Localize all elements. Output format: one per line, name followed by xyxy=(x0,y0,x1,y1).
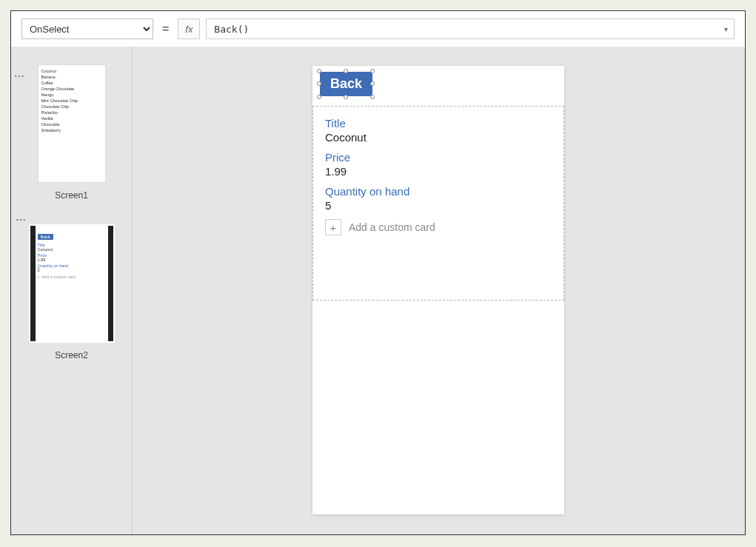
mini-flavor-list: Coconut Banana Coffee Orange Chocolate M… xyxy=(39,65,105,136)
device-header: Back xyxy=(312,66,564,106)
more-icon[interactable]: ⋯ xyxy=(14,70,25,82)
property-selector[interactable]: OnSelect xyxy=(21,19,153,39)
resize-handle[interactable] xyxy=(344,69,348,73)
resize-handle[interactable] xyxy=(344,95,348,99)
app-frame: OnSelect = fx ▾ ⋯ Coconut Banana Coffee … xyxy=(10,10,746,535)
resize-handle[interactable] xyxy=(317,81,321,86)
thumbnail-screen2[interactable]: ⋯ Back Title Coconut Price 1.99 Quantity… xyxy=(24,224,118,360)
formula-input[interactable] xyxy=(213,23,720,36)
back-button[interactable]: Back xyxy=(320,72,372,96)
card-title[interactable]: Title Coconut xyxy=(325,117,552,144)
resize-handle[interactable] xyxy=(370,69,375,73)
resize-handle[interactable] xyxy=(370,81,375,86)
more-icon[interactable]: ⋯ xyxy=(16,214,27,226)
add-custom-card-label: Add a custom card xyxy=(349,221,435,233)
equals-sign: = xyxy=(159,22,172,36)
thumbnail-caption: Screen2 xyxy=(24,350,118,360)
detail-form[interactable]: Title Coconut Price 1.99 Quantity on han… xyxy=(312,106,564,301)
design-canvas[interactable]: Back Title Coconut Price 1.99 xyxy=(133,47,745,534)
field-value: 1.99 xyxy=(325,165,552,178)
resize-handle[interactable] xyxy=(317,69,321,73)
resize-handle[interactable] xyxy=(370,95,375,99)
thumbnail-screen1-preview: Coconut Banana Coffee Orange Chocolate M… xyxy=(38,64,106,183)
field-label: Quantity on hand xyxy=(325,185,552,198)
plus-icon: + xyxy=(325,219,341,235)
field-value: Coconut xyxy=(325,131,552,144)
field-value: 5 xyxy=(325,199,552,212)
screen-thumbnail-panel: ⋯ Coconut Banana Coffee Orange Chocolate… xyxy=(11,47,133,534)
formula-bar: OnSelect = fx ▾ xyxy=(11,11,745,47)
chevron-down-icon[interactable]: ▾ xyxy=(720,25,728,33)
card-price[interactable]: Price 1.99 xyxy=(325,151,552,178)
field-label: Price xyxy=(325,151,552,164)
fx-icon[interactable]: fx xyxy=(178,19,200,39)
field-label: Title xyxy=(325,117,552,130)
thumbnail-screen1[interactable]: ⋯ Coconut Banana Coffee Orange Chocolate… xyxy=(11,64,132,208)
device-preview: Back Title Coconut Price 1.99 xyxy=(312,66,564,514)
resize-handle[interactable] xyxy=(317,95,321,99)
mini-back-button: Back xyxy=(38,234,53,240)
formula-input-wrap: ▾ xyxy=(206,19,735,39)
thumbnail-screen2-preview: Back Title Coconut Price 1.99 Quantity o… xyxy=(36,226,108,341)
add-custom-card[interactable]: + Add a custom card xyxy=(325,219,552,235)
card-quantity[interactable]: Quantity on hand 5 xyxy=(325,185,552,212)
thumbnail-caption: Screen1 xyxy=(24,190,118,201)
